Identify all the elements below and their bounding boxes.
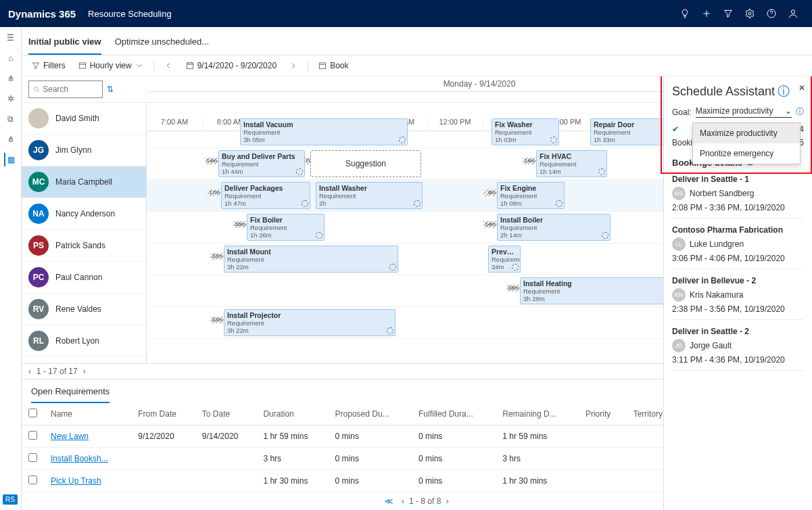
gear-icon[interactable]	[739, 3, 761, 24]
filter-icon[interactable]	[717, 3, 739, 24]
help-icon[interactable]	[761, 3, 782, 24]
brand: Dynamics 365	[8, 8, 76, 20]
lightbulb-icon[interactable]	[674, 3, 696, 24]
svg-point-2	[791, 10, 794, 14]
plus-icon[interactable]	[696, 3, 717, 24]
person-icon[interactable]	[782, 3, 804, 24]
svg-point-0	[748, 12, 751, 15]
global-nav: Dynamics 365 Resource Scheduling	[0, 0, 812, 27]
module-name: Resource Scheduling	[88, 9, 172, 19]
